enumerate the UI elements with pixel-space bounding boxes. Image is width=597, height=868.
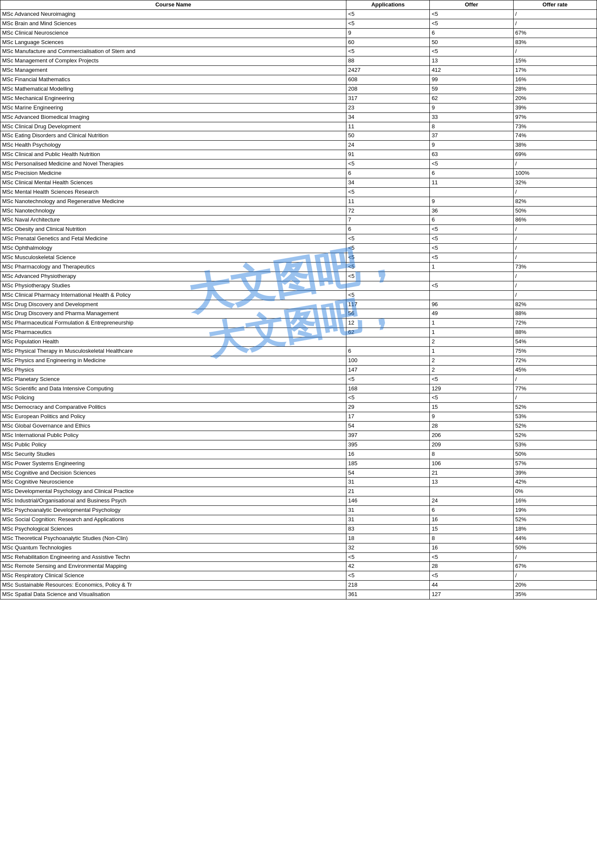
table-row: MSc Security Studies16850%: [0, 449, 597, 459]
cell-applications: <5: [346, 244, 430, 253]
cell-offerrate: 73%: [513, 122, 597, 131]
cell-offer: 49: [430, 309, 513, 319]
cell-applications: 11: [346, 122, 430, 131]
cell-offerrate: 82%: [513, 300, 597, 309]
cell-offer: 13: [430, 56, 513, 66]
cell-course: MSc Brain and Mind Sciences: [0, 19, 346, 28]
cell-offerrate: /: [513, 19, 597, 28]
cell-offer: <5: [430, 47, 513, 56]
cell-offer: <5: [430, 281, 513, 290]
cell-course: MSc Psychological Sciences: [0, 524, 346, 534]
cell-offer: <5: [430, 253, 513, 263]
cell-offerrate: 15%: [513, 56, 597, 66]
cell-offerrate: /: [513, 281, 597, 290]
table-row: MSc Musculoskeletal Science<5<5/: [0, 253, 597, 263]
cell-offer: 63: [430, 150, 513, 159]
table-row: MSc Physiotherapy Studies<5/: [0, 281, 597, 290]
cell-offer: 9: [430, 412, 513, 422]
cell-offerrate: /: [513, 552, 597, 562]
cell-offerrate: 74%: [513, 131, 597, 141]
cell-offer: 1: [430, 262, 513, 272]
cell-offerrate: 83%: [513, 38, 597, 47]
cell-applications: <5: [346, 47, 430, 56]
cell-offerrate: 39%: [513, 468, 597, 478]
cell-offerrate: 45%: [513, 365, 597, 375]
cell-course: MSc Nanotechnology and Regenerative Medi…: [0, 197, 346, 206]
cell-course: MSc Obesity and Clinical Nutrition: [0, 225, 346, 234]
cell-offer: 1: [430, 328, 513, 337]
cell-applications: <5: [346, 159, 430, 169]
cell-applications: 147: [346, 365, 430, 375]
cell-applications: <5: [346, 262, 430, 272]
table-row: MSc Brain and Mind Sciences<5<5/: [0, 19, 597, 28]
table-row: MSc Pharmaceutics62188%: [0, 328, 597, 337]
table-row: MSc Cognitive and Decision Sciences54213…: [0, 468, 597, 478]
cell-offerrate: /: [513, 375, 597, 384]
cell-applications: <5: [346, 187, 430, 197]
cell-offerrate: 53%: [513, 412, 597, 422]
cell-course: MSc Manufacture and Commercialisation of…: [0, 47, 346, 56]
cell-course: MSc International Public Policy: [0, 431, 346, 440]
cell-course: MSc Clinical Drug Development: [0, 122, 346, 131]
table-row: MSc Public Policy39520953%: [0, 440, 597, 449]
table-row: MSc Psychological Sciences831518%: [0, 524, 597, 534]
cell-offer: 33: [430, 112, 513, 122]
cell-offerrate: 67%: [513, 562, 597, 571]
table-row: MSc International Public Policy39720652%: [0, 431, 597, 440]
cell-course: MSc Security Studies: [0, 449, 346, 459]
cell-applications: <5: [346, 571, 430, 581]
table-row: MSc Sustainable Resources: Economics, Po…: [0, 581, 597, 590]
cell-offer: 28: [430, 422, 513, 431]
table-row: MSc Drug Discovery and Development117968…: [0, 300, 597, 309]
cell-offerrate: 69%: [513, 150, 597, 159]
cell-applications: 218: [346, 581, 430, 590]
cell-applications: 2427: [346, 66, 430, 75]
table-row: MSc Drug Discovery and Pharma Management…: [0, 309, 597, 319]
table-row: MSc Developmental Psychology and Clinica…: [0, 487, 597, 496]
cell-course: MSc Prenatal Genetics and Fetal Medicine: [0, 234, 346, 244]
cell-offerrate: 82%: [513, 197, 597, 206]
cell-applications: 42: [346, 562, 430, 571]
cell-offerrate: 57%: [513, 459, 597, 468]
cell-offer: <5: [430, 244, 513, 253]
table-row: MSc Theoretical Psychoanalytic Studies (…: [0, 534, 597, 543]
cell-course: MSc Pharmacology and Therapeutics: [0, 262, 346, 272]
cell-offerrate: 32%: [513, 178, 597, 187]
table-row: MSc Management242741217%: [0, 66, 597, 75]
cell-offer: <5: [430, 19, 513, 28]
table-row: MSc Cognitive Neuroscience311342%: [0, 478, 597, 487]
table-row: MSc Naval Architecture7686%: [0, 216, 597, 225]
cell-offer: 127: [430, 590, 513, 599]
cell-offer: 129: [430, 384, 513, 393]
table-row: MSc Obesity and Clinical Nutrition6<5/: [0, 225, 597, 234]
cell-offer: 11: [430, 178, 513, 187]
cell-applications: 168: [346, 384, 430, 393]
cell-applications: 31: [346, 478, 430, 487]
cell-applications: 60: [346, 38, 430, 47]
data-table: Course Name Applications Offer Offer rat…: [0, 0, 597, 599]
cell-course: MSc Language Sciences: [0, 38, 346, 47]
table-row: MSc Ophthalmology<5<5/: [0, 244, 597, 253]
table-row: MSc Personalised Medicine and Novel Ther…: [0, 159, 597, 169]
cell-applications: 72: [346, 206, 430, 216]
cell-applications: 91: [346, 150, 430, 159]
cell-offerrate: 50%: [513, 206, 597, 216]
cell-course: MSc Physiotherapy Studies: [0, 281, 346, 290]
table-row: MSc Manufacture and Commercialisation of…: [0, 47, 597, 56]
table-row: MSc Population Health254%: [0, 337, 597, 347]
table-row: MSc Pharmaceutical Formulation & Entrepr…: [0, 319, 597, 328]
cell-applications: 32: [346, 543, 430, 552]
cell-course: MSc Physics: [0, 365, 346, 375]
cell-applications: 208: [346, 85, 430, 94]
cell-offerrate: /: [513, 571, 597, 581]
cell-applications: 62: [346, 328, 430, 337]
cell-applications: 31: [346, 506, 430, 515]
cell-offerrate: 52%: [513, 403, 597, 412]
cell-course: MSc Quantum Technologies: [0, 543, 346, 552]
table-row: MSc Social Cognition: Research and Appli…: [0, 515, 597, 524]
cell-course: MSc European Politics and Policy: [0, 412, 346, 422]
cell-course: MSc Eating Disorders and Clinical Nutrit…: [0, 131, 346, 141]
cell-applications: 21: [346, 487, 430, 496]
table-row: MSc Nanotechnology and Regenerative Medi…: [0, 197, 597, 206]
cell-applications: 7: [346, 216, 430, 225]
